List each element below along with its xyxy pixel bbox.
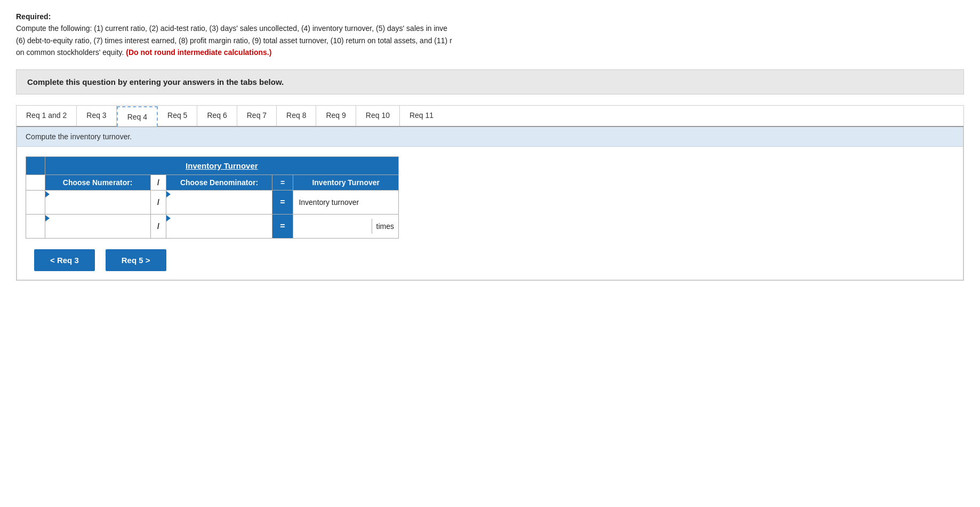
row1-equals: = [272,190,293,214]
prev-button[interactable]: < Req 3 [34,249,95,271]
no-round-notice: (Do not round intermediate calculations.… [126,48,271,57]
row1-denominator-arrow [166,191,171,197]
row2-slash: / [150,214,166,238]
row1-numerator-cell[interactable] [45,190,150,214]
row1-numerator-arrow [45,191,50,197]
row1-result: Inventory turnover [293,190,399,214]
tabs-row: Req 1 and 2 Req 3 Req 4 Req 5 Req 6 Req … [17,106,963,127]
tab-req9[interactable]: Req 9 [316,106,356,126]
row2-numerator-cell[interactable] [45,214,150,238]
required-section: Required: Compute the following: (1) cur… [16,11,964,59]
required-label: Required: [16,12,51,21]
row2-result: times [293,214,399,238]
row2-numerator-input[interactable] [45,223,150,238]
table-section: Inventory Turnover Choose Numerator: / C… [17,147,963,280]
row2-result-text [293,223,371,229]
row-number-cell [26,156,45,175]
equals-header: = [272,175,293,190]
tab-req5[interactable]: Req 5 [158,106,197,126]
tab-content-header: Compute the inventory turnover. [17,127,963,147]
row1-denominator-cell[interactable] [166,190,272,214]
row2-result-unit: times [372,219,398,234]
tab-req1and2[interactable]: Req 1 and 2 [17,106,77,126]
row1-numerator-input[interactable] [45,199,150,214]
inventory-table: Inventory Turnover Choose Numerator: / C… [26,156,399,239]
tab-req4[interactable]: Req 4 [117,106,158,126]
table-title: Inventory Turnover [45,156,398,175]
tab-req7[interactable]: Req 7 [237,106,277,126]
tab-req8[interactable]: Req 8 [277,106,316,126]
row2-denominator-cell[interactable] [166,214,272,238]
required-text: Compute the following: (1) current ratio… [16,24,452,57]
numerator-header: Choose Numerator: [45,175,150,190]
tabs-container: Req 1 and 2 Req 3 Req 4 Req 5 Req 6 Req … [16,105,964,281]
denominator-header: Choose Denominator: [166,175,272,190]
result-header: Inventory Turnover [293,175,399,190]
tab-req10[interactable]: Req 10 [356,106,400,126]
row2-denominator-arrow [166,215,171,221]
instruction-box: Complete this question by entering your … [16,69,964,94]
empty-header [26,175,45,190]
buttons-row: < Req 3 Req 5 > [26,249,954,271]
row1-empty [26,190,45,214]
row2-numerator-arrow [45,215,50,221]
instruction-text: Complete this question by entering your … [27,77,953,86]
row1-denominator-input[interactable] [166,199,271,214]
tab-content: Compute the inventory turnover. Inventor… [17,127,963,280]
tab-req11[interactable]: Req 11 [400,106,443,126]
row2-empty [26,214,45,238]
row2-denominator-input[interactable] [166,223,271,238]
row1-slash: / [150,190,166,214]
tab-req6[interactable]: Req 6 [197,106,237,126]
tab-req3[interactable]: Req 3 [77,106,116,126]
next-button[interactable]: Req 5 > [106,249,166,271]
slash-header: / [150,175,166,190]
row2-equals: = [272,214,293,238]
